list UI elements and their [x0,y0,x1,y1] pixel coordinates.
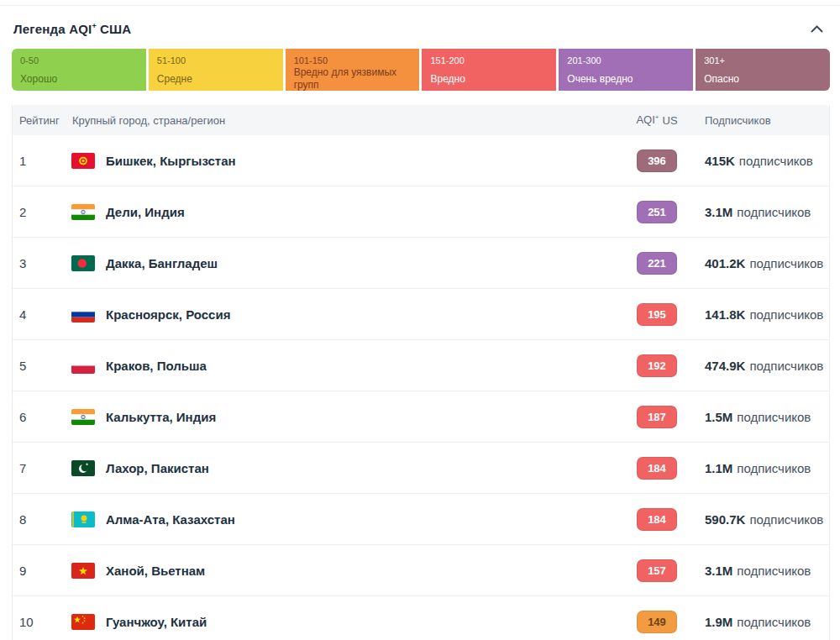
rank-cell: 3 [13,256,71,270]
city-cell: Ханой, Вьетнам [71,563,619,579]
followers-cell: 1.5Mподписчиков [695,410,829,424]
legend-header: Легенда AQI+США [13,18,828,39]
table-header-row: Рейтинг Крупный город, страна/регион AQI… [13,105,829,135]
table-row[interactable]: 10 Гуанчжоу, Китай 149 1.9Mподписчиков [13,596,829,640]
city-cell: Калькутта, Индия [71,409,619,425]
city-name: Дели, Индия [106,205,185,219]
table-row[interactable]: 3 Дакка, Бангладеш 221 401.2Kподписчиков [13,238,829,289]
city-name: Гуанчжоу, Китай [106,615,207,629]
followers-count: 141.8K [705,307,745,322]
rank-value: 3 [19,256,26,270]
aqi-badge: 195 [637,303,677,326]
chevron-up-icon [811,23,823,35]
legend-segment-label: Вредно [430,73,548,85]
followers-cell: 3.1Mподписчиков [695,564,829,578]
city-cell: Дакка, Бангладеш [71,255,619,271]
followers-label: подписчиков [739,154,813,168]
rank-cell: 6 [13,410,71,424]
followers-cell: 415Kподписчиков [695,154,829,168]
aqi-cell: 149 [619,611,695,633]
city-name: Ханой, Вьетнам [106,564,205,578]
followers-cell: 1.1Mподписчиков [695,461,829,475]
aqi-cell: 184 [619,457,695,480]
aqi-cell: 396 [619,150,695,172]
rank-value: 10 [19,615,34,629]
legend-title-region: США [100,22,131,36]
followers-cell: 1.9Mподписчиков [695,615,829,629]
followers-label: подписчиков [749,307,823,322]
country-flag-icon [71,563,95,579]
header-rank: Рейтинг [13,114,71,127]
aqi-cell: 221 [619,252,695,275]
country-flag-icon [71,307,95,323]
city-name: Калькутта, Индия [106,410,216,424]
legend-segment-range: 151-200 [430,55,548,66]
followers-count: 401.2K [705,256,745,270]
city-cell: Красноярск, Россия [71,307,619,323]
legend-segment-label: Хорошо [20,73,138,85]
rank-value: 8 [19,512,26,527]
legend-title: Легенда AQI+США [13,22,131,36]
followers-count: 1.9M [705,615,732,629]
table-row[interactable]: 4 Красноярск, Россия 195 141.8Kподписчик… [13,289,829,340]
rank-cell: 2 [13,205,71,219]
table-body: 1 Бишкек, Кыргызстан 396 415Kподписчиков… [13,135,829,640]
followers-cell: 590.7Kподписчиков [695,512,829,527]
rank-cell: 1 [13,154,71,168]
rank-cell: 10 [13,615,71,629]
aqi-badge: 187 [637,406,677,428]
aqi-legend-bar: 0-50 Хорошо 51-100 Средне 101-150 Вредно… [12,49,830,91]
country-flag-icon [71,511,95,527]
followers-label: подписчиков [737,615,811,629]
followers-cell: 141.8Kподписчиков [695,307,829,322]
city-name: Алма-Ата, Казахстан [106,512,235,527]
legend-segment-label: Опасно [704,73,822,85]
country-flag-icon [71,255,95,271]
legend-segment: 151-200 Вредно [422,49,556,91]
city-name: Краков, Польша [106,359,207,373]
legend-collapse-button[interactable] [806,22,828,36]
rank-cell: 5 [13,359,71,373]
aqi-badge: 184 [637,457,677,480]
followers-count: 415K [705,154,735,168]
aqi-cell: 187 [619,406,695,428]
table-row[interactable]: 9 Ханой, Вьетнам 157 3.1Mподписчиков [13,545,829,596]
table-row[interactable]: 5 Краков, Польша 192 474.9Kподписчиков [13,340,829,391]
legend-segment-range: 201-300 [567,55,685,66]
table-row[interactable]: 2 Дели, Индия 251 3.1Mподписчиков [13,186,829,238]
legend-segment-range: 101-150 [294,55,412,66]
followers-cell: 3.1Mподписчиков [695,205,829,219]
aqi-ranking-panel: Легенда AQI+США 0-50 Хорошо 51-100 Средн… [0,6,840,640]
aqi-badge: 192 [637,354,677,377]
aqi-cell: 192 [619,354,695,377]
aqi-cell: 251 [619,201,695,223]
rank-value: 5 [19,359,26,373]
aqi-badge: 251 [637,201,677,223]
rank-value: 6 [19,410,26,424]
country-flag-icon [71,358,95,374]
legend-segment: 0-50 Хорошо [12,49,146,91]
table-row[interactable]: 1 Бишкек, Кыргызстан 396 415Kподписчиков [13,135,829,186]
city-name: Лахор, Пакистан [106,461,209,475]
city-name: Красноярск, Россия [106,307,230,322]
followers-label: подписчиков [749,359,823,373]
followers-count: 3.1M [705,564,732,578]
legend-segment-label: Средне [157,73,275,85]
city-cell: Алма-Ата, Казахстан [71,511,619,527]
aqi-badge: 221 [637,252,677,275]
rank-value: 1 [19,154,26,168]
legend-segment: 301+ Опасно [696,49,830,91]
country-flag-icon [71,204,95,220]
country-flag-icon [71,614,95,630]
followers-label: подписчиков [749,256,823,270]
header-city: Крупный город, страна/регион [71,114,619,127]
followers-count: 590.7K [705,512,745,527]
table-row[interactable]: 6 Калькутта, Индия 187 1.5Mподписчиков [13,391,829,443]
country-flag-icon [71,460,95,476]
aqi-badge: 149 [637,611,677,633]
table-row[interactable]: 7 Лахор, Пакистан 184 1.1Mподписчиков [13,443,829,494]
followers-label: подписчиков [737,564,811,578]
legend-segment-range: 301+ [704,55,822,66]
table-row[interactable]: 8 Алма-Ата, Казахстан 184 590.7Kподписчи… [13,494,829,545]
legend-segment-range: 0-50 [20,55,138,66]
